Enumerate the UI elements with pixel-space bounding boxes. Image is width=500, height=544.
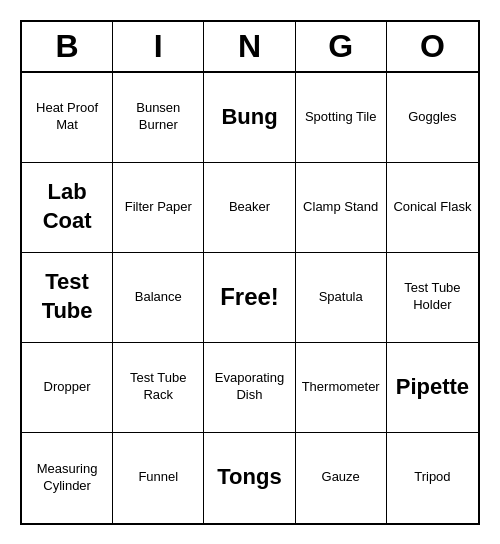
header-letter-B: B: [22, 22, 113, 71]
header-letter-N: N: [204, 22, 295, 71]
bingo-header: BINGO: [22, 22, 478, 73]
header-letter-G: G: [296, 22, 387, 71]
bingo-cell-18[interactable]: Thermometer: [296, 343, 387, 433]
bingo-cell-9[interactable]: Conical Flask: [387, 163, 478, 253]
header-letter-O: O: [387, 22, 478, 71]
bingo-cell-20[interactable]: Measuring Cylinder: [22, 433, 113, 523]
bingo-cell-24[interactable]: Tripod: [387, 433, 478, 523]
bingo-cell-16[interactable]: Test Tube Rack: [113, 343, 204, 433]
bingo-cell-22[interactable]: Tongs: [204, 433, 295, 523]
bingo-cell-12[interactable]: Free!: [204, 253, 295, 343]
bingo-grid: Heat Proof MatBunsen BurnerBungSpotting …: [22, 73, 478, 523]
bingo-cell-21[interactable]: Funnel: [113, 433, 204, 523]
bingo-cell-1[interactable]: Bunsen Burner: [113, 73, 204, 163]
bingo-cell-8[interactable]: Clamp Stand: [296, 163, 387, 253]
bingo-cell-17[interactable]: Evaporating Dish: [204, 343, 295, 433]
bingo-cell-2[interactable]: Bung: [204, 73, 295, 163]
bingo-cell-10[interactable]: Test Tube: [22, 253, 113, 343]
bingo-cell-15[interactable]: Dropper: [22, 343, 113, 433]
header-letter-I: I: [113, 22, 204, 71]
bingo-cell-5[interactable]: Lab Coat: [22, 163, 113, 253]
bingo-cell-11[interactable]: Balance: [113, 253, 204, 343]
bingo-cell-19[interactable]: Pipette: [387, 343, 478, 433]
bingo-cell-13[interactable]: Spatula: [296, 253, 387, 343]
bingo-cell-7[interactable]: Beaker: [204, 163, 295, 253]
bingo-cell-0[interactable]: Heat Proof Mat: [22, 73, 113, 163]
bingo-cell-4[interactable]: Goggles: [387, 73, 478, 163]
bingo-cell-3[interactable]: Spotting Tile: [296, 73, 387, 163]
bingo-card: BINGO Heat Proof MatBunsen BurnerBungSpo…: [20, 20, 480, 525]
bingo-cell-14[interactable]: Test Tube Holder: [387, 253, 478, 343]
bingo-cell-6[interactable]: Filter Paper: [113, 163, 204, 253]
bingo-cell-23[interactable]: Gauze: [296, 433, 387, 523]
